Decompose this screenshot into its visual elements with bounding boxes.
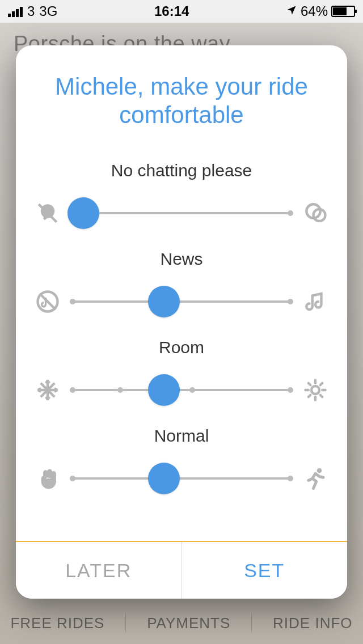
later-button[interactable]: LATER [16,542,182,599]
comfort-modal: Michele, make your ride comfortable No c… [16,45,347,599]
slider[interactable] [73,286,290,317]
slider-thumb[interactable] [148,463,180,494]
slider[interactable] [73,463,290,494]
slider-thumb[interactable] [148,374,180,406]
battery-icon [331,6,355,17]
tab-separator [251,613,252,633]
slider-tick [189,387,195,393]
status-bar: 3 3G 16:14 64% [0,0,363,23]
running-icon [299,463,331,494]
sun-icon [299,374,331,406]
slider-thumb[interactable] [148,286,180,317]
tab-payments[interactable]: PAYMENTS [147,615,230,632]
tab-free-rides[interactable]: FREE RIDES [10,615,104,632]
slider[interactable] [73,197,290,229]
modal-title: Michele, make your ride comfortable [32,73,331,130]
preference-row: No chatting please [32,161,331,229]
bottom-tab-bar: FREE RIDES PAYMENTS RIDE INFO [0,613,363,633]
hand-icon [32,463,64,494]
no-chat-icon [32,197,64,229]
preference-row: Normal [32,426,331,494]
slider-tick [288,387,293,393]
preference-row: News [32,249,331,317]
slider-tick [288,476,293,481]
preference-label: Room [32,338,331,357]
preference-label: Normal [32,426,331,446]
snowflake-icon [32,374,64,406]
location-icon [286,3,297,19]
no-music-icon [32,286,64,317]
slider-tick [70,387,75,393]
set-button[interactable]: SET [182,542,348,599]
modal-actions: LATER SET [16,542,347,599]
slider[interactable] [73,374,290,406]
carrier-label: 3 [27,3,35,19]
clock: 16:14 [154,3,189,19]
battery-percent: 64% [301,3,328,19]
tab-ride-info[interactable]: RIDE INFO [273,615,352,632]
chat-icon [299,197,331,229]
slider-tick [117,387,123,393]
slider-tick [288,299,293,304]
network-label: 3G [39,3,57,19]
slider-tick [288,210,293,216]
preference-row: Room [32,338,331,406]
slider-tick [70,299,75,304]
preference-label: No chatting please [32,161,331,180]
slider-tick [70,476,75,481]
music-icon [299,286,331,317]
tab-separator [125,613,126,633]
signal-icon [8,6,23,17]
slider-thumb[interactable] [67,197,99,229]
preference-label: News [32,249,331,269]
